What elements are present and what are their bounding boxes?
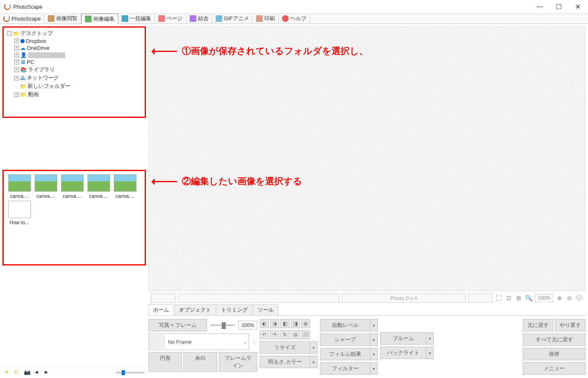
info-icon[interactable]: ⓘ	[576, 294, 583, 302]
tab-combine[interactable]: 結合	[186, 14, 212, 23]
info-bar: Photo 0 x 0 ⛶ ⊡ ⊞ 🔍 100% ⊕ ⊖ ⓘ	[148, 293, 586, 303]
auto-level-dropdown[interactable]: ▾	[370, 319, 378, 331]
rotate-icons-row: ◐ ◑ ◧ ◨ ◍	[260, 319, 318, 328]
bright-dropdown[interactable]: ▾	[310, 356, 318, 368]
tree-user[interactable]: +👤	[5, 52, 143, 59]
canvas[interactable]: ①画像が保存されているフォルダを選択し、 ②編集したい画像を選択する	[148, 26, 586, 291]
crop-icon[interactable]: ⧉	[291, 330, 300, 339]
star-icon[interactable]: ★	[4, 369, 12, 376]
filter-button[interactable]: フィルター	[320, 362, 370, 375]
undo-button[interactable]: 元に戻す	[523, 319, 553, 331]
bright-color-button[interactable]: 明るさ,カラー	[260, 356, 310, 368]
editor-tabs: ホーム オブジェクト トリミング ツール	[148, 304, 586, 316]
thumb-size-slider[interactable]	[115, 372, 144, 373]
frameline-button[interactable]: フレームライン	[219, 352, 257, 372]
frame-percent[interactable]: 100%	[238, 321, 257, 330]
expand-icon[interactable]: ⛶	[495, 294, 503, 302]
control-panel: 写真 + フレーム 100% No Frame ⌄ ☆ 円形 余白 フレームライ…	[148, 316, 588, 378]
folder-tree[interactable]: −📁デスクトップ +⬢Dropbox +☁OneDrive +👤 +🖥PC +📚…	[2, 26, 146, 118]
frame-selector[interactable]: No Frame ⌄	[148, 333, 249, 350]
frame-preview-icon	[149, 335, 165, 349]
zoom-fit-icon[interactable]: 🔍	[525, 294, 532, 302]
thumb-item[interactable]: canva....	[60, 174, 85, 199]
film-button[interactable]: フィルム効果	[320, 348, 370, 360]
tree-pc[interactable]: +🖥PC	[5, 59, 143, 66]
undo-step-icon[interactable]: ↶	[260, 330, 269, 339]
chevron-down-icon[interactable]: ⌄	[241, 339, 249, 345]
resize-button[interactable]: リサイズ	[260, 341, 310, 354]
maximize-button[interactable]: ☐	[549, 0, 568, 13]
straighten-icon[interactable]: ⛆	[301, 330, 310, 339]
prev-icon[interactable]: ◄	[34, 369, 41, 376]
rotate-cw-icon[interactable]: ↻	[280, 330, 289, 339]
tab-crop[interactable]: トリミング	[216, 304, 252, 315]
thumb-item[interactable]: canva....	[86, 174, 111, 199]
photo-dimensions: Photo 0 x 0	[342, 293, 466, 303]
bloom-button[interactable]: ブルーム	[380, 332, 426, 345]
tree-newfolder[interactable]: ⋯📁新しいフォルダー	[5, 82, 143, 90]
favorite-star-icon[interactable]: ☆	[252, 338, 257, 346]
auto-level-button[interactable]: 自動レベル	[320, 319, 370, 331]
round-button[interactable]: 円形	[148, 352, 182, 372]
tab-page[interactable]: ページ	[155, 14, 186, 23]
tab-help[interactable]: ヘルプ	[279, 14, 310, 23]
fit-icon[interactable]: ⊡	[505, 294, 513, 302]
tab-batch[interactable]: 一括編集	[118, 14, 155, 23]
left-bottom-bar: ★ ↻ 📷 ◄ ►	[0, 366, 148, 378]
tab-editor[interactable]: 画像編集	[81, 14, 118, 24]
thumbnail-panel[interactable]: canva.... canva.... canva.... canva.... …	[2, 170, 146, 265]
backlight-button[interactable]: バックライト	[380, 347, 426, 359]
frame-name: No Frame	[165, 339, 241, 345]
arrow-icon	[152, 51, 177, 52]
annotation-1: ①画像が保存されているフォルダを選択し、	[152, 45, 368, 57]
thumb-item[interactable]: canva....	[7, 174, 32, 199]
tab-photoscape[interactable]: PhotoScape	[0, 14, 45, 23]
margin-button[interactable]: 余白	[183, 352, 217, 372]
actual-icon[interactable]: ⊞	[515, 294, 522, 302]
resize-dropdown[interactable]: ▾	[310, 341, 318, 354]
next-icon[interactable]: ►	[44, 369, 51, 376]
tab-tools[interactable]: ツール	[253, 304, 278, 315]
menu-button[interactable]: メニュー	[523, 362, 586, 375]
photo-frame-button[interactable]: 写真 + フレーム	[148, 319, 207, 331]
tab-object[interactable]: オブジェクト	[174, 304, 216, 315]
flip-h-icon[interactable]: ◧	[280, 319, 289, 328]
redo-step-icon[interactable]: ↷	[270, 330, 279, 339]
film-dropdown[interactable]: ▾	[370, 348, 378, 360]
thumb-item[interactable]: How to...	[7, 201, 32, 225]
redo-button[interactable]: やり直す	[555, 319, 586, 331]
undo-all-button[interactable]: すべて元に戻す	[523, 333, 586, 346]
thumb-item[interactable]: canva....	[33, 174, 58, 199]
flip-v-icon[interactable]: ◨	[291, 319, 300, 328]
titlebar: PhotoScape — ☐ ✕	[0, 0, 588, 13]
zoom-out-icon[interactable]: ⊖	[566, 294, 573, 302]
close-button[interactable]: ✕	[568, 0, 587, 13]
camera-icon[interactable]: 📷	[24, 369, 31, 376]
app-logo-icon	[4, 3, 11, 10]
sharpen-dropdown[interactable]: ▾	[370, 333, 378, 346]
filter-dropdown[interactable]: ▾	[370, 362, 378, 375]
tab-gif[interactable]: GIFアニメ	[212, 14, 253, 23]
tree-onedrive[interactable]: +☁OneDrive	[5, 45, 143, 52]
zoom-in-icon[interactable]: ⊕	[556, 294, 563, 302]
rotate-left-icon[interactable]: ◐	[260, 319, 269, 328]
tree-libraries[interactable]: +📚ライブラリ	[5, 66, 143, 74]
sharpen-button[interactable]: シャープ	[320, 333, 370, 346]
save-button[interactable]: 保存	[523, 348, 586, 360]
tab-print[interactable]: 印刷	[253, 14, 279, 23]
bloom-dropdown[interactable]: ▾	[426, 332, 434, 345]
frame-slider[interactable]	[210, 324, 235, 326]
tree-dropbox[interactable]: +⬢Dropbox	[5, 38, 143, 45]
invert-icon[interactable]: ◍	[301, 319, 310, 328]
tab-viewer[interactable]: 画像閲覧	[45, 14, 81, 23]
tree-root[interactable]: −📁デスクトップ	[5, 29, 143, 38]
thumb-item[interactable]: canva....	[113, 174, 137, 199]
tab-home[interactable]: ホーム	[148, 304, 174, 315]
backlight-dropdown[interactable]: ▾	[426, 347, 434, 359]
rotate-right-icon[interactable]: ◑	[270, 319, 279, 328]
tree-network[interactable]: +🖧ネットワーク	[5, 74, 143, 82]
tree-video[interactable]: +📁動画	[5, 90, 143, 99]
refresh-icon[interactable]: ↻	[14, 369, 21, 376]
window-title: PhotoScape	[13, 4, 42, 10]
minimize-button[interactable]: —	[530, 0, 549, 13]
